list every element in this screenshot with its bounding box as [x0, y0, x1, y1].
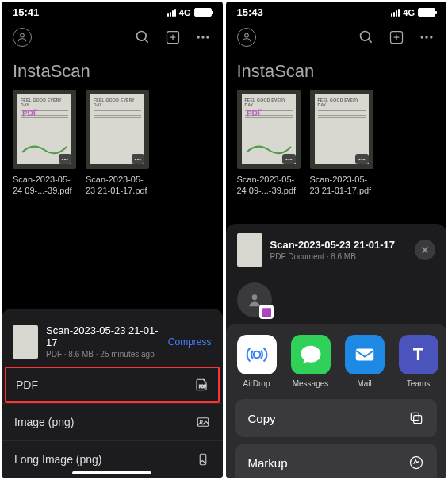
more-button[interactable] [194, 29, 212, 46]
app-teams[interactable]: T Teams [399, 335, 438, 388]
search-button[interactable] [134, 29, 151, 46]
battery-icon [194, 8, 212, 17]
more-button[interactable] [418, 29, 435, 46]
document-item[interactable]: FEEL GOOD EVERY DAYPDF••• Scan-2023-05-2… [237, 90, 301, 197]
app-messages[interactable]: Messages [291, 335, 331, 388]
app-mail[interactable]: Mail [345, 335, 385, 388]
network-label: 4G [403, 8, 415, 17]
messages-icon [291, 335, 331, 374]
thumbnail-grid: FEEL GOOD EVERY DAYPDF••• Scan-2023-05-2… [226, 90, 447, 197]
status-right: 4G [167, 8, 212, 17]
status-right: 4G [391, 8, 435, 17]
document-item[interactable]: FEEL GOOD EVERY DAYPDF••• Scan-2023-05-2… [13, 90, 76, 197]
svg-point-6 [197, 36, 199, 38]
action-copy[interactable]: Copy [235, 399, 438, 437]
share-file-name: Scan-2023-05-23 21-01-17 [270, 239, 408, 251]
home-indicator[interactable] [72, 471, 151, 474]
app-title: InstaScan [2, 53, 223, 90]
status-bar: 15:41 4G [2, 2, 223, 21]
phone-left: 15:41 4G InstaScan FEEL GOOD EVERY DAYPD… [2, 2, 223, 478]
document-item[interactable]: FEEL GOOD EVERY DAY••• Scan-2023-05-23 2… [86, 90, 149, 197]
action-markup[interactable]: Markup [235, 444, 438, 478]
phone-right: 15:43 4G InstaScan FEEL GOOD EVERY DAYPD… [226, 2, 447, 478]
document-name: Scan-2023-05-23 21-01-17.pdf [310, 174, 373, 197]
network-label: 4G [179, 8, 191, 17]
thumb-menu-icon[interactable]: ••• [132, 154, 144, 164]
svg-point-30 [411, 457, 423, 469]
search-button[interactable] [358, 29, 375, 46]
svg-point-20 [421, 36, 423, 38]
document-name: Scan-2023-05-24 09-...-39.pdf [13, 174, 76, 197]
svg-point-0 [21, 33, 25, 37]
file-thumb [237, 233, 262, 267]
teams-badge-icon: 🟪 [259, 305, 274, 319]
image-icon [196, 415, 210, 429]
svg-point-22 [430, 36, 432, 38]
svg-point-14 [244, 33, 248, 37]
thumb-menu-icon[interactable]: ••• [282, 154, 295, 164]
document-item[interactable]: FEEL GOOD EVERY DAY••• Scan-2023-05-23 2… [310, 90, 373, 197]
profile-button[interactable] [13, 28, 32, 47]
battery-icon [418, 8, 435, 17]
svg-line-16 [369, 40, 372, 43]
share-header: Scan-2023-05-23 21-01-17 PDF Document · … [226, 224, 447, 276]
add-button[interactable] [164, 29, 182, 46]
mail-icon [345, 335, 385, 374]
svg-point-25 [251, 294, 257, 300]
sheet-file-row: Scan-2023-05-23 21-01-17 PDF · 8.6 MB · … [2, 317, 223, 367]
export-sheet: Scan-2023-05-23 21-01-17 PDF · 8.6 MB · … [2, 309, 223, 478]
document-name: Scan-2023-05-24 09-...-39.pdf [237, 174, 301, 197]
markup-icon [408, 455, 424, 470]
svg-rect-28 [414, 416, 422, 424]
svg-point-1 [136, 32, 146, 41]
document-name: Scan-2023-05-23 21-01-17.pdf [86, 174, 149, 197]
file-meta: PDF · 8.6 MB · 25 minutes ago [46, 350, 160, 359]
app-title: InstaScan [226, 53, 447, 90]
airdrop-icon [237, 335, 277, 374]
svg-text:PDF: PDF [199, 385, 206, 389]
thumb-menu-icon[interactable]: ••• [355, 154, 368, 164]
share-file-meta: PDF Document · 8.6 MB [270, 252, 408, 261]
teams-icon: T [399, 335, 438, 374]
svg-rect-27 [355, 349, 373, 361]
svg-point-8 [206, 36, 209, 38]
option-image[interactable]: Image (png) [2, 403, 223, 440]
svg-point-26 [253, 351, 260, 359]
pdf-export-icon: PDF [194, 378, 209, 392]
action-list: Copy Markup Print [226, 388, 447, 478]
top-bar [226, 21, 447, 53]
long-image-icon [196, 452, 210, 467]
profile-button[interactable] [237, 28, 256, 47]
svg-rect-29 [411, 413, 419, 420]
status-time: 15:43 [237, 6, 263, 18]
copy-icon [408, 410, 424, 426]
svg-point-7 [201, 36, 204, 38]
app-airdrop[interactable]: AirDrop [237, 335, 277, 388]
signal-icon [167, 9, 176, 17]
signal-icon [391, 9, 400, 17]
option-pdf[interactable]: PDF PDF [5, 367, 220, 403]
svg-point-15 [361, 32, 370, 41]
status-time: 15:41 [13, 6, 39, 18]
svg-line-2 [144, 40, 147, 43]
svg-point-21 [425, 36, 427, 38]
share-apps-row[interactable]: AirDrop Messages Mail T Teams W [226, 324, 447, 478]
thumb-menu-icon[interactable]: ••• [59, 154, 71, 164]
file-thumb [13, 325, 38, 359]
thumbnail-grid: FEEL GOOD EVERY DAYPDF••• Scan-2023-05-2… [2, 90, 223, 197]
top-bar [2, 21, 223, 53]
close-button[interactable] [415, 240, 435, 260]
compress-button[interactable]: Compress [168, 336, 212, 348]
file-name: Scan-2023-05-23 21-01-17 [46, 324, 160, 348]
status-bar: 15:43 4G [226, 2, 447, 21]
airdrop-contact[interactable]: 🟪 [237, 282, 272, 317]
add-button[interactable] [388, 29, 405, 46]
share-sheet: Scan-2023-05-23 21-01-17 PDF Document · … [226, 224, 447, 478]
